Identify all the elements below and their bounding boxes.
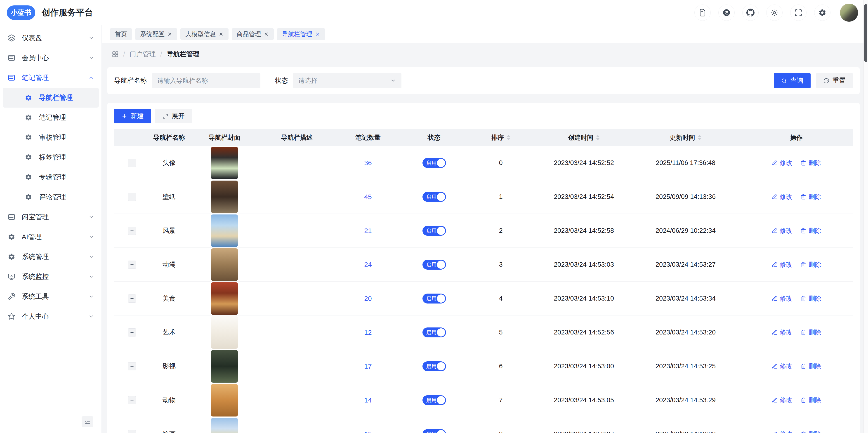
delete-button[interactable]: 删除 — [800, 226, 821, 235]
sidebar-subitem[interactable]: 审核管理 — [3, 127, 99, 147]
delete-button[interactable]: 删除 — [800, 362, 821, 371]
delete-button[interactable]: 删除 — [800, 260, 821, 269]
nav-cover-image[interactable] — [211, 147, 238, 179]
status-toggle[interactable]: 启用 — [423, 328, 446, 337]
document-button[interactable] — [694, 4, 711, 21]
grid-icon[interactable] — [112, 51, 119, 58]
edit-button[interactable]: 修改 — [772, 430, 792, 433]
scrollbar-thumb[interactable] — [864, 4, 867, 62]
edit-button[interactable]: 修改 — [772, 362, 792, 371]
status-toggle[interactable]: 启用 — [423, 395, 446, 405]
note-count-link[interactable]: 15 — [364, 430, 372, 433]
status-select[interactable]: 请选择 — [293, 73, 401, 88]
sidebar-subitem[interactable]: 标签管理 — [3, 147, 99, 167]
sort-carets-icon[interactable] — [507, 135, 510, 140]
note-count-link[interactable]: 12 — [364, 329, 372, 336]
close-icon[interactable] — [219, 32, 223, 37]
edit-button[interactable]: 修改 — [772, 396, 792, 404]
nav-cover-image[interactable] — [211, 214, 238, 247]
sidebar-item[interactable]: 个人中心 — [0, 306, 101, 326]
status-toggle[interactable]: 启用 — [423, 293, 446, 304]
nav-cover-image[interactable] — [211, 181, 238, 213]
sidebar-subitem-label: 评论管理 — [39, 192, 66, 202]
edit-button[interactable]: 修改 — [772, 294, 792, 303]
nav-cover-image[interactable] — [211, 350, 238, 382]
delete-button[interactable]: 删除 — [800, 396, 821, 404]
breadcrumb-item[interactable]: 门户管理 — [129, 50, 156, 59]
nav-cover-image[interactable] — [211, 316, 238, 349]
edit-button[interactable]: 修改 — [772, 260, 792, 269]
expand-all-button[interactable]: 展开 — [155, 109, 192, 123]
row-expand-button[interactable] — [128, 295, 136, 303]
row-expand-button[interactable] — [128, 328, 136, 337]
sidebar-subitem[interactable]: 导航栏管理 — [3, 88, 99, 107]
row-expand-button[interactable] — [128, 193, 136, 201]
sidebar-item[interactable]: 系统监控 — [0, 267, 101, 286]
tab-item[interactable]: 大模型信息 — [180, 28, 228, 40]
sort-carets-icon[interactable] — [698, 135, 702, 140]
note-count-link[interactable]: 36 — [364, 159, 372, 167]
nav-cover-image[interactable] — [211, 282, 238, 315]
theme-button[interactable] — [766, 4, 782, 21]
row-expand-button[interactable] — [128, 159, 136, 167]
delete-button[interactable]: 删除 — [800, 294, 821, 303]
close-icon[interactable] — [315, 32, 320, 37]
status-toggle[interactable]: 启用 — [423, 158, 446, 168]
tab-item[interactable]: 系统配置 — [135, 28, 177, 40]
status-toggle[interactable]: 启用 — [423, 429, 446, 433]
status-toggle[interactable]: 启用 — [423, 361, 446, 371]
sidebar-item[interactable]: 会员中心 — [0, 48, 101, 68]
fullscreen-button[interactable] — [790, 4, 807, 21]
note-count-link[interactable]: 14 — [364, 396, 372, 404]
sidebar-item[interactable]: 系统管理 — [0, 247, 101, 267]
search-button[interactable]: 查询 — [774, 73, 811, 88]
status-toggle[interactable]: 启用 — [423, 260, 446, 270]
sidebar-item[interactable]: 仪表盘 — [0, 28, 101, 48]
delete-button[interactable]: 删除 — [800, 192, 821, 201]
edit-button[interactable]: 修改 — [772, 328, 792, 337]
sidebar-item[interactable]: 笔记管理 — [0, 68, 101, 88]
edit-button[interactable]: 修改 — [772, 192, 792, 201]
note-count-link[interactable]: 20 — [364, 295, 372, 302]
note-count-link[interactable]: 21 — [364, 227, 372, 235]
sidebar-subitem[interactable]: 笔记管理 — [3, 107, 99, 127]
sidebar-collapse-button[interactable] — [82, 416, 93, 427]
tab-item[interactable]: 商品管理 — [232, 28, 274, 40]
tab-item[interactable]: 导航栏管理 — [277, 28, 325, 40]
sidebar-subitem[interactable]: 专辑管理 — [3, 167, 99, 187]
note-count-link[interactable]: 24 — [364, 261, 372, 269]
row-expand-button[interactable] — [128, 227, 136, 235]
close-icon[interactable] — [264, 32, 269, 37]
nav-name-input[interactable] — [152, 73, 260, 88]
status-toggle[interactable]: 启用 — [423, 226, 446, 236]
sidebar-item[interactable]: 系统工具 — [0, 286, 101, 306]
close-icon[interactable] — [167, 32, 172, 37]
note-count-link[interactable]: 45 — [364, 193, 372, 201]
delete-button[interactable]: 删除 — [800, 159, 821, 167]
avatar[interactable] — [840, 4, 858, 22]
github-button[interactable] — [742, 4, 758, 21]
row-expand-button[interactable] — [128, 396, 136, 404]
reset-button[interactable]: 重置 — [816, 73, 853, 88]
tab-item[interactable]: 首页 — [110, 28, 132, 40]
create-button[interactable]: 新建 — [114, 109, 151, 123]
sidebar-item[interactable]: AI管理 — [0, 227, 101, 247]
delete-button[interactable]: 删除 — [800, 430, 821, 433]
settings-button[interactable] — [814, 4, 831, 21]
row-expand-button[interactable] — [128, 362, 136, 370]
gitee-button[interactable] — [718, 4, 735, 21]
nav-cover-image[interactable] — [211, 418, 238, 433]
edit-button[interactable]: 修改 — [772, 159, 792, 167]
status-toggle[interactable]: 启用 — [423, 192, 446, 202]
edit-button[interactable]: 修改 — [772, 226, 792, 235]
row-expand-button[interactable] — [128, 260, 136, 269]
sidebar-item[interactable]: 闲宝管理 — [0, 207, 101, 227]
nav-cover-image[interactable] — [211, 384, 238, 416]
app-logo[interactable]: 小蓝书 — [7, 5, 35, 20]
note-count-link[interactable]: 17 — [364, 363, 372, 370]
sort-carets-icon[interactable] — [596, 135, 600, 140]
sidebar-subitem[interactable]: 评论管理 — [3, 187, 99, 207]
row-expand-button[interactable] — [128, 430, 136, 433]
delete-button[interactable]: 删除 — [800, 328, 821, 337]
nav-cover-image[interactable] — [211, 248, 238, 281]
